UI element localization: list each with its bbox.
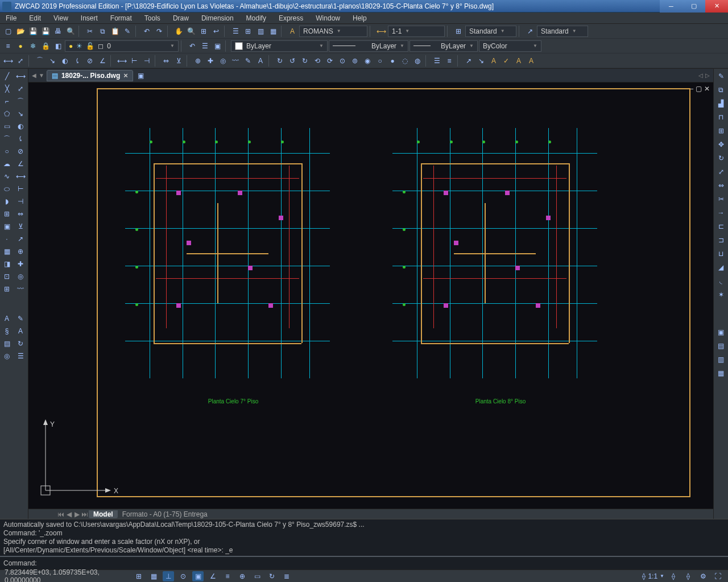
table-icon[interactable]: ⊞ [0, 283, 14, 295]
dim-dia-icon[interactable]: ⊘ [84, 55, 96, 67]
group3-icon[interactable]: ▥ [715, 353, 727, 366]
text-mline-icon[interactable]: ☰ [431, 55, 442, 67]
table-style-icon[interactable]: ⊞ [453, 26, 464, 37]
helix-icon[interactable]: § [0, 325, 14, 337]
doc-close-icon[interactable]: ✕ [704, 85, 710, 93]
menu-file[interactable]: File [6, 14, 16, 22]
dim-quick2-icon[interactable]: ⟷ [14, 170, 27, 183]
arc-icon[interactable]: ⌒ [0, 133, 14, 145]
dim-extra6-icon[interactable]: ◌ [399, 55, 411, 67]
lwt-toggle[interactable]: ≡ [222, 571, 233, 581]
tool-palettes-icon[interactable]: ▥ [255, 26, 266, 37]
zoom-win-icon[interactable]: ⊞ [198, 26, 209, 37]
lineweight-dropdown[interactable]: ByLayer ▼ [410, 40, 478, 52]
dim-quick-icon[interactable]: ⟷ [116, 55, 127, 67]
dim-jog-icon[interactable]: ⤹ [72, 55, 83, 67]
spline-icon[interactable]: ∿ [0, 170, 14, 183]
dim-extra7-icon[interactable]: ◍ [412, 55, 423, 67]
undo-icon[interactable]: ↶ [141, 26, 152, 37]
dimstyle-icon[interactable]: ☰ [14, 350, 27, 362]
array-icon[interactable]: ⊞ [715, 125, 727, 137]
polygon-icon[interactable]: ⬠ [0, 108, 14, 120]
dim-dia2-icon[interactable]: ⊘ [14, 145, 27, 158]
dim-extra4-icon[interactable]: ○ [374, 55, 386, 67]
dim-aligned-icon[interactable]: ⤢ [15, 55, 26, 67]
zoom-prev-icon[interactable]: ↩ [210, 26, 222, 37]
command-input[interactable] [40, 559, 725, 567]
dim-base-icon[interactable]: ⊢ [129, 55, 140, 67]
donut-icon[interactable]: ◎ [0, 350, 14, 362]
color-dropdown[interactable]: ByLayer ▼ [231, 40, 328, 52]
join-icon[interactable]: ⊔ [715, 247, 727, 260]
linetype-dropdown[interactable]: ByLayer ▼ [329, 40, 408, 52]
dim-break-icon[interactable]: ⊻ [173, 55, 184, 67]
plotstyle-dropdown[interactable]: ByColor ▼ [479, 40, 541, 52]
layer-prev-icon[interactable]: ↶ [187, 40, 198, 52]
minimize-button[interactable]: ─ [660, 0, 682, 13]
workspace-icon[interactable]: ⚙ [697, 571, 709, 581]
chamfer-icon[interactable]: ◢ [715, 261, 727, 274]
jog2-icon[interactable]: 〰 [14, 283, 27, 295]
dim-space2-icon[interactable]: ⇔ [14, 208, 27, 220]
document-tab[interactable]: ▤ 18029-... Piso.dwg × [47, 70, 133, 81]
model-tab[interactable]: Model [89, 510, 118, 518]
ortho-toggle[interactable]: ⊥ [163, 571, 174, 581]
tolerance-icon[interactable]: ⊕ [14, 245, 27, 258]
menu-insert[interactable]: Insert [81, 14, 98, 22]
tab-prev-icon[interactable]: ◀ [32, 72, 36, 79]
leader-icon[interactable]: ↗ [14, 233, 27, 245]
osnap-toggle[interactable]: ▣ [192, 571, 204, 581]
anno-auto-icon[interactable]: ⟠ [682, 571, 694, 581]
dim-ord2-icon[interactable]: ↘ [14, 108, 27, 120]
dim-aligned2-icon[interactable]: ⤢ [14, 82, 27, 95]
dimedit-icon[interactable]: ✎ [14, 312, 27, 325]
dim-extra5-icon[interactable]: ● [387, 55, 398, 67]
tab-menu-icon[interactable]: ▼ [39, 72, 44, 79]
doc-max-icon[interactable]: ▢ [696, 85, 702, 93]
center-mark-icon[interactable]: ✚ [205, 55, 216, 67]
coordinates[interactable]: 7.823449E+03, 1.059735E+03, 0.00000000 [5, 568, 130, 583]
redo-icon[interactable]: ↷ [154, 26, 165, 37]
text-single-icon[interactable]: ≡ [444, 55, 455, 67]
drawing-canvas[interactable]: ─ ▢ ✕ [28, 82, 713, 509]
menu-draw[interactable]: Draw [173, 14, 189, 22]
gradient-icon[interactable]: ◨ [0, 258, 14, 270]
save-icon[interactable]: 💾 [27, 26, 39, 37]
menu-window[interactable]: Window [316, 14, 340, 22]
dim-arc2-icon[interactable]: ⌒ [14, 95, 27, 108]
xline-icon[interactable]: ╳ [0, 82, 14, 95]
scale-text-icon[interactable]: A [526, 55, 537, 67]
dim-cont2-icon[interactable]: ⊣ [14, 195, 27, 208]
dim-space-icon[interactable]: ⇔ [160, 55, 172, 67]
snap-toggle[interactable]: ⊞ [133, 571, 144, 581]
dim-linear-icon[interactable]: ⟷ [2, 55, 14, 67]
cycle-toggle[interactable]: ↻ [266, 571, 278, 581]
props-icon[interactable]: ☰ [230, 26, 241, 37]
dim-arc-icon[interactable]: ⌒ [34, 55, 46, 67]
menu-help[interactable]: Help [353, 14, 367, 22]
cut-icon[interactable]: ✂ [84, 26, 96, 37]
point-icon[interactable]: · [0, 233, 14, 245]
dyn-toggle[interactable]: ⊕ [237, 571, 248, 581]
layer-dropdown[interactable]: ●☀🔓◻ 0 ▼ [65, 40, 179, 52]
otrack-toggle[interactable]: ∠ [207, 571, 218, 581]
insert-block-icon[interactable]: ⊞ [0, 208, 14, 220]
dim-scale-dropdown[interactable]: 1-1▼ [388, 26, 445, 37]
layer-state-icon[interactable]: ☰ [199, 40, 210, 52]
dim-style-dropdown[interactable]: Standard▼ [465, 26, 516, 37]
tab-close-icon[interactable]: × [123, 71, 128, 80]
menu-dimension[interactable]: Dimension [201, 14, 234, 22]
group1-icon[interactable]: ▣ [715, 326, 727, 339]
polar-toggle[interactable]: ⊙ [177, 571, 189, 581]
tab-split2-icon[interactable]: ▷ [705, 72, 710, 79]
qp-toggle[interactable]: ≣ [281, 571, 292, 581]
menu-express[interactable]: Express [279, 14, 303, 22]
ellipse-icon[interactable]: ⬭ [0, 183, 14, 195]
menu-view[interactable]: View [53, 14, 68, 22]
design-center-icon[interactable]: ⊞ [242, 26, 254, 37]
dim-jog2-icon[interactable]: ⤹ [14, 133, 27, 145]
model-toggle[interactable]: ▭ [251, 571, 263, 581]
menu-format[interactable]: Format [110, 14, 132, 22]
dimupdate-icon[interactable]: ↻ [14, 337, 27, 350]
plot-icon[interactable]: 🖶 [52, 26, 64, 37]
